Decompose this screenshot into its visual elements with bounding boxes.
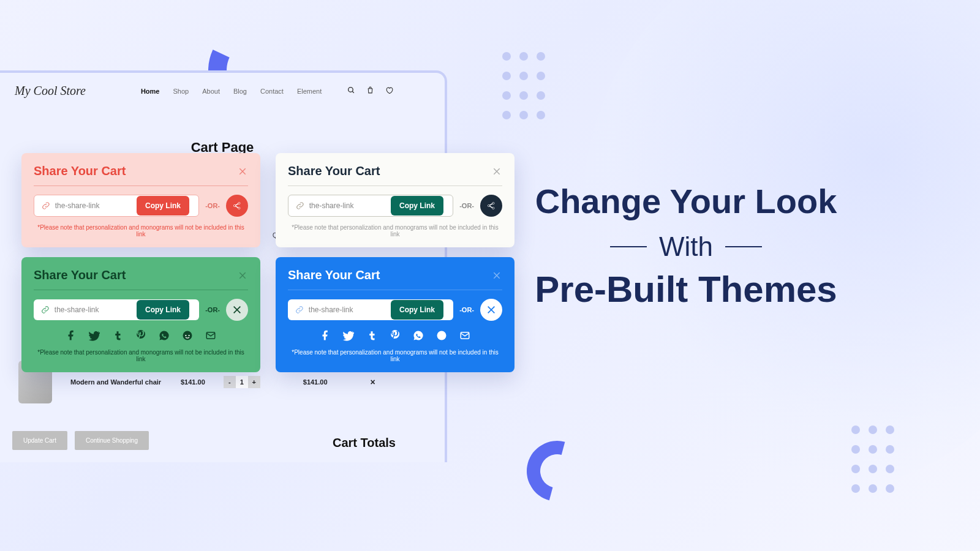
- share-button[interactable]: [480, 299, 502, 321]
- nav-element[interactable]: Element: [297, 88, 322, 95]
- or-separator: -OR-: [459, 306, 474, 313]
- nav-home[interactable]: Home: [141, 88, 160, 95]
- nav-contact[interactable]: Contact: [260, 88, 284, 95]
- pinterest-icon[interactable]: [389, 329, 401, 342]
- email-icon[interactable]: [205, 329, 217, 342]
- nav-shop[interactable]: Shop: [173, 88, 189, 95]
- headline-line3: Pre-Built Themes: [514, 268, 858, 310]
- link-field[interactable]: [309, 305, 392, 314]
- share-card-white: Share Your Cart Copy Link -OR- *Please n…: [276, 153, 514, 247]
- link-icon: [295, 305, 304, 315]
- headline-line1: Change Your Look: [514, 178, 858, 225]
- qty-value: 1: [236, 376, 248, 388]
- headline: Change Your Look With Pre-Built Themes: [514, 178, 858, 310]
- cart-totals-heading: Cart Totals: [333, 436, 396, 450]
- link-field[interactable]: [55, 305, 138, 314]
- share-card-blue: Share Your Cart Copy Link -OR- *Please n…: [276, 257, 514, 372]
- decorative-dots-top: [502, 52, 545, 119]
- bag-icon[interactable]: [366, 86, 374, 96]
- whatsapp-icon[interactable]: [158, 329, 170, 342]
- divider: [288, 186, 502, 186]
- share-card-pink: Share Your Cart Copy Link -OR- *Please n…: [21, 153, 260, 247]
- share-card-green: Share Your Cart Copy Link -OR- *Please n…: [21, 257, 260, 372]
- share-title: Share Your Cart: [34, 268, 126, 282]
- copy-link-button[interactable]: Copy Link: [391, 300, 443, 320]
- share-button[interactable]: [226, 299, 248, 321]
- close-icon[interactable]: [237, 270, 248, 281]
- share-button[interactable]: [480, 195, 502, 217]
- qty-plus[interactable]: +: [248, 376, 260, 388]
- close-icon[interactable]: [237, 166, 248, 177]
- share-note: *Please note that personalization and mo…: [34, 349, 248, 362]
- share-note: *Please note that personalization and mo…: [288, 349, 502, 362]
- link-icon: [41, 305, 50, 315]
- headline-line2: With: [514, 231, 858, 262]
- share-note: *Please note that personalization and mo…: [288, 224, 502, 238]
- link-field[interactable]: [309, 201, 391, 210]
- qty-minus[interactable]: -: [224, 376, 236, 388]
- twitter-icon[interactable]: [342, 329, 355, 342]
- product-name: Modern and Wanderful chair: [70, 378, 162, 386]
- divider: [34, 186, 248, 186]
- tumblr-icon[interactable]: [111, 329, 124, 342]
- twitter-icon[interactable]: [88, 329, 100, 342]
- search-icon[interactable]: [347, 86, 355, 96]
- social-row: [288, 329, 502, 342]
- product-price: $141.00: [181, 378, 205, 386]
- share-title: Share Your Cart: [288, 164, 380, 178]
- copy-link-button[interactable]: Copy Link: [137, 300, 189, 320]
- share-title: Share Your Cart: [34, 164, 126, 178]
- close-icon[interactable]: [491, 270, 502, 281]
- svg-point-0: [349, 87, 353, 92]
- copy-link-button[interactable]: Copy Link: [137, 196, 189, 216]
- share-button[interactable]: [226, 195, 248, 217]
- quantity-stepper[interactable]: - 1 +: [224, 376, 260, 388]
- product-total: $141.00: [303, 378, 328, 386]
- cart-actions: Update Cart Continue Shopping: [12, 431, 149, 450]
- heart-icon[interactable]: [385, 86, 393, 96]
- decorative-swoosh-bottom: [527, 441, 576, 490]
- email-icon[interactable]: [459, 329, 471, 342]
- copy-link-button[interactable]: Copy Link: [391, 196, 443, 216]
- continue-shopping-button[interactable]: Continue Shopping: [75, 431, 149, 450]
- reddit-icon[interactable]: [435, 329, 448, 342]
- share-note: *Please note that personalization and mo…: [34, 224, 248, 238]
- divider: [288, 290, 502, 290]
- decorative-dots-bottom: [851, 425, 894, 493]
- or-separator: -OR-: [205, 202, 220, 209]
- tumblr-icon[interactable]: [366, 329, 378, 342]
- facebook-icon[interactable]: [65, 329, 77, 342]
- reddit-icon[interactable]: [181, 329, 194, 342]
- facebook-icon[interactable]: [319, 329, 331, 342]
- or-separator: -OR-: [459, 202, 474, 209]
- close-icon[interactable]: [491, 166, 502, 177]
- remove-item[interactable]: ×: [371, 377, 375, 387]
- whatsapp-icon[interactable]: [412, 329, 424, 342]
- update-cart-button[interactable]: Update Cart: [12, 431, 67, 450]
- or-separator: -OR-: [205, 306, 220, 313]
- social-row: [34, 329, 248, 342]
- link-icon: [296, 201, 304, 211]
- store-logo: My Cool Store: [15, 84, 86, 98]
- share-title: Share Your Cart: [288, 268, 380, 282]
- pinterest-icon[interactable]: [135, 329, 147, 342]
- mock-header: My Cool Store Home Shop About Blog Conta…: [0, 73, 445, 109]
- nav-about[interactable]: About: [202, 88, 220, 95]
- divider: [34, 290, 248, 290]
- nav-blog[interactable]: Blog: [233, 88, 247, 95]
- link-field[interactable]: [55, 201, 137, 210]
- link-icon: [42, 201, 50, 211]
- mock-nav: Home Shop About Blog Contact Element: [141, 88, 322, 95]
- svg-line-1: [352, 91, 354, 93]
- header-icons: [347, 86, 393, 96]
